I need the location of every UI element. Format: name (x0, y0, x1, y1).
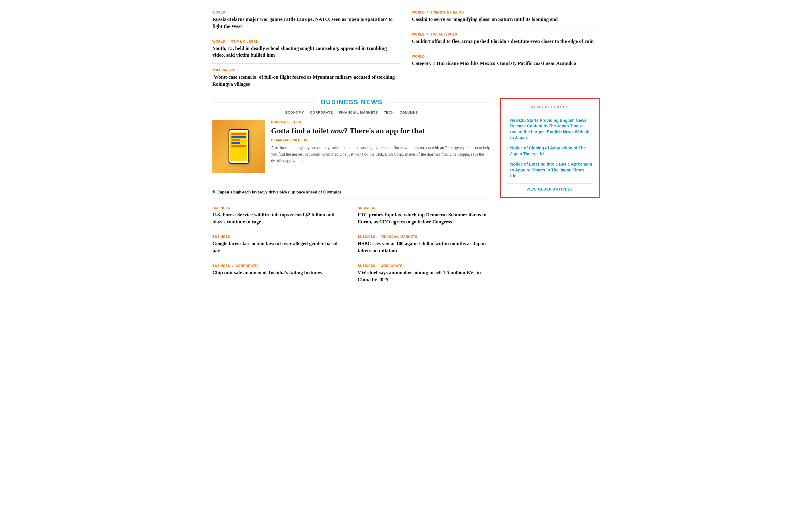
ba-headline-3[interactable]: HSBC sees yen at 100 against dollar with… (357, 240, 491, 254)
featured-byline: BY MAGDALENA OSUMI (271, 138, 491, 142)
featured-category: BUSINESS / TECH (271, 120, 491, 124)
news-headline-2[interactable]: Youth, 15, held in deadly school shootin… (212, 45, 400, 59)
business-section: BUSINESS NEWS ECONOMY CORPORATE FINANCIA… (212, 98, 600, 288)
screen-line-5 (231, 145, 246, 147)
release-link-1[interactable]: Notice of Closing of Acquisition of The … (510, 145, 593, 157)
release-item-1[interactable]: › Notice of Closing of Acquisition of Th… (506, 145, 593, 157)
ba-category-1: BUSINESS (357, 206, 491, 210)
category-label-3: WORLD / SOCIAL ISSUES (412, 33, 600, 36)
nav-financial-markets[interactable]: FINANCIAL MARKETS (339, 111, 378, 114)
view-older-button[interactable]: VIEW OLDER ARTICLES (506, 184, 593, 191)
release-arrow-2: › (506, 162, 508, 179)
news-headline-3[interactable]: Couldn't afford to flee, Irma pushed Flo… (412, 38, 600, 45)
ba-headline-0[interactable]: U.S. Forest Service wildfire tab tops re… (212, 211, 346, 225)
news-item-4: ASIA PACIFIC 'Worst-case scenario' of fu… (212, 64, 400, 92)
screen-line-4 (231, 142, 240, 144)
release-arrow-0: › (506, 118, 508, 141)
ba-category-5: BUSINESS / CORPORATE (357, 264, 491, 267)
news-headline-5[interactable]: Category 1 Hurricane Max hits Mexico's t… (412, 60, 600, 67)
business-main: BUSINESS NEWS ECONOMY CORPORATE FINANCIA… (212, 98, 491, 288)
news-releases-header: NEWS RELEASES (506, 105, 593, 113)
featured-image-inner (212, 120, 265, 173)
ba-category-4: BUSINESS / CORPORATE (212, 264, 346, 267)
release-item-0[interactable]: › News2u Starts Providing English News R… (506, 118, 593, 141)
ba-headline-5[interactable]: VW chief says automaker aiming to sell 1… (357, 269, 491, 283)
news-item-2: WORLD / CRIME & LEGAL Youth, 15, held in… (212, 35, 400, 64)
category-label-1: WORLD / SCIENCE & HEALTH (412, 10, 600, 14)
ba-category-2: BUSINESS (212, 235, 346, 238)
news-item-3: WORLD / SOCIAL ISSUES Couldn't afford to… (412, 28, 600, 50)
top-news-left-col: WORLD Russia-Belarus major war games rat… (212, 6, 400, 92)
news-releases-box: NEWS RELEASES › News2u Starts Providing … (500, 98, 600, 198)
business-article-1: BUSINESS FTC probes Equifax, which top D… (357, 201, 491, 230)
news-headline-4[interactable]: 'Worst-case scenario' of full-on flight … (212, 74, 400, 88)
business-article-4: BUSINESS / CORPORATE Chip unit sale an o… (212, 259, 346, 288)
business-article-0: BUSINESS U.S. Forest Service wildfire ta… (212, 201, 346, 230)
business-article-5: BUSINESS / CORPORATE VW chief says autom… (357, 259, 491, 288)
bullet-text-0: Japan's high-tech lavatory drive picks u… (218, 189, 341, 195)
ba-category-0: BUSINESS (212, 206, 346, 210)
release-link-2[interactable]: Notice of Entering into a Basic Agreemen… (510, 161, 593, 179)
business-article-2: BUSINESS Google faces class action lawsu… (212, 230, 346, 259)
news-headline-0[interactable]: Russia-Belarus major war games rattle Eu… (212, 16, 400, 30)
business-article-3: BUSINESS / FINANCIAL MARKETS HSBC sees y… (357, 230, 491, 259)
business-nav: ECONOMY CORPORATE FINANCIAL MARKETS TECH… (212, 111, 491, 114)
ba-headline-2[interactable]: Google faces class action lawsuit over a… (212, 240, 346, 254)
section-title: BUSINESS NEWS (316, 98, 387, 106)
business-articles-grid: BUSINESS U.S. Forest Service wildfire ta… (212, 201, 491, 288)
nav-columns[interactable]: COLUMNS (400, 111, 418, 114)
nav-corporate[interactable]: CORPORATE (310, 111, 333, 114)
business-sidebar: NEWS RELEASES › News2u Starts Providing … (500, 98, 600, 288)
news-item-0: WORLD Russia-Belarus major war games rat… (212, 6, 400, 35)
nav-economy[interactable]: ECONOMY (285, 111, 304, 114)
featured-article: BUSINESS / TECH Gotta find a toilet now?… (212, 120, 491, 179)
screen-line-3 (231, 139, 240, 141)
featured-summary: A bathroom emergency can quickly turn in… (271, 145, 491, 164)
top-news-grid: WORLD Russia-Belarus major war games rat… (212, 6, 600, 92)
screen-line-2 (231, 136, 246, 138)
news-headline-1[interactable]: Cassini to serve as 'magnifying glass' o… (412, 16, 600, 23)
featured-headline[interactable]: Gotta find a toilet now? There's an app … (271, 126, 491, 136)
category-label-4: ASIA PACIFIC (212, 69, 400, 72)
featured-content: BUSINESS / TECH Gotta find a toilet now?… (271, 120, 491, 173)
news-item-5: WORLD Category 1 Hurricane Max hits Mexi… (412, 50, 600, 72)
news-item-1: WORLD / SCIENCE & HEALTH Cassini to serv… (412, 6, 600, 28)
screen-line-1 (231, 133, 246, 135)
author-name: MAGDALENA OSUMI (276, 138, 309, 142)
ba-category-3: BUSINESS / FINANCIAL MARKETS (357, 235, 491, 238)
featured-image (212, 120, 265, 173)
section-header-line-left (212, 102, 316, 103)
nav-tech[interactable]: TECH (384, 111, 394, 114)
release-item-2[interactable]: › Notice of Entering into a Basic Agreem… (506, 161, 593, 179)
category-label-5: WORLD (412, 55, 600, 58)
section-header: BUSINESS NEWS (212, 98, 491, 106)
section-header-line-right (387, 102, 491, 103)
category-label-0: WORLD (212, 10, 400, 14)
phone-mockup (229, 129, 249, 164)
release-link-0[interactable]: News2u Starts Providing English News Rel… (510, 118, 593, 141)
phone-screen (230, 132, 247, 161)
ba-headline-4[interactable]: Chip unit sale an omen of Toshiba's fail… (212, 269, 346, 276)
category-label-2: WORLD / CRIME & LEGAL (212, 39, 400, 43)
bullet-item-0[interactable]: Japan's high-tech lavatory drive picks u… (212, 186, 491, 198)
page-wrapper: WORLD Russia-Belarus major war games rat… (201, 0, 611, 294)
top-news-right-col: WORLD / SCIENCE & HEALTH Cassini to serv… (412, 6, 600, 92)
release-arrow-1: › (506, 146, 508, 157)
ba-headline-1[interactable]: FTC probes Equifax, which top Democrat S… (357, 211, 491, 225)
bullet-dot (212, 190, 215, 193)
